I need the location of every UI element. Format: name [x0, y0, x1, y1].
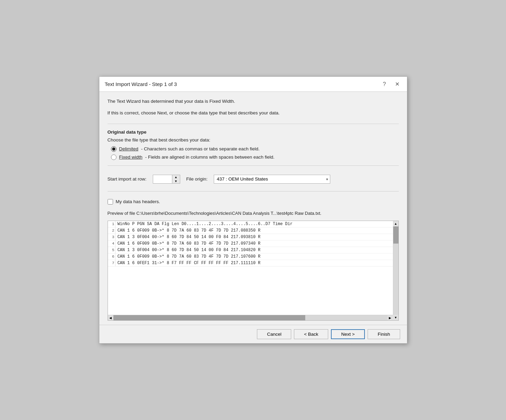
row-num: 4: [108, 240, 115, 247]
cancel-button[interactable]: Cancel: [257, 329, 291, 339]
spinbox-arrows: ▲ ▼: [172, 175, 180, 183]
row-num: 1: [108, 221, 115, 227]
file-origin-wrapper: 437 : OEM United States 65001 : Unicode …: [214, 175, 330, 184]
next-button[interactable]: Next >: [331, 329, 365, 339]
table-row: 4 CAN 1 6 0F009 0B->* 8 7D 7A 60 83 7D 4…: [108, 240, 393, 247]
table-cell: CAN 1 3 0F004 00->* 8 60 7D 84 50 14 00 …: [115, 247, 393, 253]
dialog-title: Text Import Wizard - Step 1 of 3: [105, 81, 177, 87]
radio-delimited-desc: - Characters such as commas or tabs sepa…: [141, 146, 260, 151]
row-num: 3: [108, 234, 115, 240]
h-scrollbar-thumb[interactable]: [113, 315, 305, 320]
radio-group: Delimited - Characters such as commas or…: [111, 146, 399, 160]
separator3: [108, 191, 399, 192]
row-num: 6: [108, 253, 115, 260]
info-line2: If this is correct, choose Next, or choo…: [108, 110, 399, 116]
separator2: [108, 165, 399, 166]
finish-button[interactable]: Finish: [368, 329, 400, 339]
scroll-right-btn[interactable]: ▶: [387, 315, 393, 321]
section-label: Original data type: [108, 129, 399, 135]
horizontal-scrollbar[interactable]: ◀ ▶: [108, 315, 393, 320]
table-cell: CAN 1 6 0F009 0B->* 8 7D 7A 60 83 7D 4F …: [115, 240, 393, 247]
separator1: [108, 124, 399, 124]
row-num: 5: [108, 247, 115, 253]
title-bar: Text Import Wizard - Step 1 of 3 ? ✕: [99, 77, 407, 92]
radio-delimited-row: Delimited - Characters such as commas or…: [111, 146, 399, 152]
help-button[interactable]: ?: [381, 81, 388, 88]
back-button[interactable]: < Back: [294, 329, 328, 339]
radio-fixed-label[interactable]: Fixed width: [119, 155, 143, 160]
table-row: 2 CAN 1 6 0F009 0B->* 8 7D 7A 60 83 7D 4…: [108, 227, 393, 234]
row-settings: Start import at row: 2 ▲ ▼ File origin: …: [108, 175, 399, 184]
start-import-label: Start import at row:: [108, 176, 147, 182]
scroll-up-btn[interactable]: ▲: [393, 221, 398, 226]
radio-delimited[interactable]: [111, 146, 116, 152]
headers-checkbox-label[interactable]: My data has headers.: [116, 199, 160, 204]
headers-checkbox-row: My data has headers.: [108, 199, 399, 205]
table-row: 3 CAN 1 3 0F004 00->* 8 60 7D 84 50 14 0…: [108, 234, 393, 240]
file-origin-select[interactable]: 437 : OEM United States 65001 : Unicode …: [214, 175, 330, 184]
spinbox-down[interactable]: ▼: [172, 179, 180, 183]
table-row: 1 WinNo P PGN SA DA Flg Len D0....1....2…: [108, 221, 393, 227]
radio-delimited-label[interactable]: Delimited: [119, 146, 138, 151]
row-num: 7: [108, 260, 115, 266]
table-cell: WinNo P PGN SA DA Flg Len D0....1....2..…: [115, 221, 393, 227]
radio-fixed-row: Fixed width - Fields are aligned in colu…: [111, 155, 399, 160]
dialog-body: The Text Wizard has determined that your…: [99, 92, 407, 325]
table-cell: CAN 1 6 0F009 0B->* 8 7D 7A 60 83 7D 4F …: [115, 227, 393, 234]
v-scrollbar-thumb[interactable]: [393, 226, 398, 244]
start-row-input[interactable]: 2: [153, 176, 172, 182]
table-row: 7 CAN 1 6 0FEF1 31->* 8 F7 FF FF CF FF F…: [108, 260, 393, 266]
headers-checkbox[interactable]: [108, 199, 113, 205]
spinbox-up[interactable]: ▲: [172, 175, 180, 179]
preview-inner: 1 WinNo P PGN SA DA Flg Len D0....1....2…: [108, 221, 393, 315]
radio-fixed[interactable]: [111, 155, 116, 160]
row-num: 2: [108, 227, 115, 234]
text-import-wizard-dialog: Text Import Wizard - Step 1 of 3 ? ✕ The…: [99, 76, 407, 344]
scroll-left-btn[interactable]: ◀: [108, 315, 113, 321]
preview-scroll-main: 1 WinNo P PGN SA DA Flg Len D0....1....2…: [108, 221, 393, 320]
preview-table: 1 WinNo P PGN SA DA Flg Len D0....1....2…: [108, 221, 393, 267]
preview-area: 1 WinNo P PGN SA DA Flg Len D0....1....2…: [108, 221, 399, 321]
table-cell: CAN 1 3 0F004 00->* 8 60 7D 84 50 14 00 …: [115, 234, 393, 240]
vertical-scrollbar[interactable]: ▲ ▼: [393, 221, 398, 320]
start-row-spinbox: 2 ▲ ▼: [153, 175, 180, 184]
file-origin-label: File origin:: [186, 176, 208, 182]
original-data-type-section: Original data type Choose the file type …: [108, 129, 399, 160]
file-type-instruction: Choose the file type that best describes…: [108, 137, 399, 144]
v-scrollbar-track: [393, 226, 398, 315]
scroll-down-btn[interactable]: ▼: [393, 315, 398, 320]
dialog-footer: Cancel < Back Next > Finish: [99, 325, 407, 343]
table-cell: CAN 1 6 0FEF1 31->* 8 F7 FF FF CF FF FF …: [115, 260, 393, 266]
radio-fixed-desc: - Fields are aligned in columns with spa…: [145, 155, 274, 160]
close-button[interactable]: ✕: [393, 80, 402, 88]
info-line1: The Text Wizard has determined that your…: [108, 98, 399, 105]
title-bar-controls: ? ✕: [381, 80, 402, 88]
preview-label: Preview of file C:\Users\brhe\Documents\…: [108, 211, 399, 216]
table-row: 6 CAN 1 6 0F009 0B->* 8 7D 7A 60 83 7D 4…: [108, 253, 393, 260]
h-scrollbar-track: [113, 315, 387, 320]
table-row: 5 CAN 1 3 0F004 00->* 8 60 7D 84 50 14 0…: [108, 247, 393, 253]
table-cell: CAN 1 6 0F009 0B->* 8 7D 7A 60 83 7D 4F …: [115, 253, 393, 260]
